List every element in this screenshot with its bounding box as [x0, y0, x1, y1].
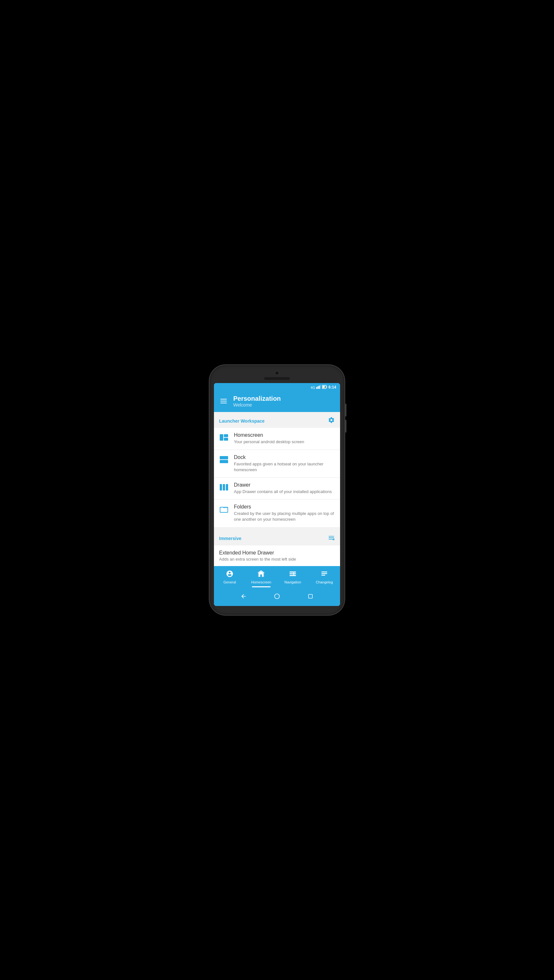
general-nav-label: General: [223, 580, 236, 584]
extended-desc: Adds an extra screen to the most left si…: [219, 557, 335, 562]
dock-icon: [219, 455, 229, 464]
svg-rect-2: [319, 386, 320, 389]
folders-title: Folders: [234, 504, 335, 510]
settings-icon[interactable]: [328, 417, 335, 425]
menu-line-2: [220, 401, 227, 401]
navigation-nav-icon: [289, 570, 297, 579]
app-title: Personalization: [233, 395, 281, 402]
menu-line-1: [220, 399, 227, 399]
phone-top: [214, 371, 340, 380]
svg-rect-13: [220, 484, 222, 490]
status-icons: 4G ⚡ 6:14: [310, 385, 336, 390]
svg-rect-18: [290, 573, 296, 574]
bottom-nav: General Homescreen: [214, 566, 340, 587]
app-bar: Personalization Welcome: [214, 391, 340, 412]
dock-title: Dock: [234, 455, 335, 460]
general-nav-icon: [226, 570, 234, 579]
drawer-desc: App Drawer contains all of your installe…: [234, 489, 335, 495]
drawer-content: Drawer App Drawer contains all of your i…: [234, 482, 335, 495]
signal-icon: 4G: [310, 385, 321, 390]
homescreen-content: Homescreen Your personal android desktop…: [234, 432, 335, 445]
svg-rect-5: [326, 386, 327, 388]
phone-screen: 4G ⚡ 6:14: [214, 383, 340, 606]
extended-title: Extended Home Drawer: [219, 550, 335, 556]
svg-rect-14: [223, 484, 225, 490]
time-display: 6:14: [328, 385, 336, 390]
svg-rect-11: [220, 456, 228, 459]
folders-content: Folders Created by the user by placing m…: [234, 504, 335, 522]
android-nav: [214, 587, 340, 606]
launcher-items-list: Homescreen Your personal android desktop…: [214, 428, 340, 527]
speaker: [264, 377, 290, 380]
back-button[interactable]: [238, 590, 249, 602]
content-area: Launcher Workspace: [214, 412, 340, 566]
svg-rect-17: [290, 571, 296, 573]
launcher-workspace-title: Launcher Workspace: [219, 418, 264, 423]
svg-rect-3: [320, 385, 321, 389]
folders-icon: [219, 504, 229, 514]
homescreen-nav-icon: [257, 570, 265, 579]
navigation-nav-label: Navigation: [284, 580, 301, 584]
svg-text:⚡: ⚡: [323, 386, 326, 389]
homescreen-icon: [219, 433, 229, 442]
svg-rect-8: [220, 434, 223, 441]
drawer-title: Drawer: [234, 482, 335, 488]
add-icon[interactable]: [328, 534, 335, 543]
recents-button[interactable]: [305, 590, 316, 602]
camera: [275, 371, 279, 375]
menu-button[interactable]: [219, 398, 228, 405]
section-divider: [214, 527, 340, 530]
immersive-title: Immersive: [219, 536, 241, 541]
launcher-workspace-header: Launcher Workspace: [214, 412, 340, 428]
svg-rect-15: [226, 484, 228, 490]
extended-home-drawer-item[interactable]: Extended Home Drawer Adds an extra scree…: [214, 546, 340, 566]
svg-point-24: [275, 594, 280, 598]
dock-item[interactable]: Dock Favorited apps given a hotseat on y…: [214, 450, 340, 477]
dock-desc: Favorited apps given a hotseat on your l…: [234, 461, 335, 473]
folders-desc: Created by the user by placing multiple …: [234, 511, 335, 522]
battery-icon: ⚡: [322, 385, 327, 390]
svg-rect-10: [224, 438, 228, 441]
drawer-item[interactable]: Drawer App Drawer contains all of your i…: [214, 477, 340, 500]
svg-rect-0: [316, 387, 317, 389]
folders-item[interactable]: Folders Created by the user by placing m…: [214, 500, 340, 527]
dock-content: Dock Favorited apps given a hotseat on y…: [234, 455, 335, 473]
app-subtitle: Welcome: [233, 402, 281, 407]
volume-up-button[interactable]: [345, 404, 347, 417]
svg-rect-1: [318, 386, 318, 389]
menu-line-3: [220, 402, 227, 403]
phone-device: 4G ⚡ 6:14: [209, 365, 345, 615]
svg-rect-23: [322, 575, 325, 576]
nav-item-navigation[interactable]: Navigation: [277, 569, 309, 585]
changelog-nav-icon: [320, 570, 328, 579]
drawer-icon: [219, 483, 229, 492]
svg-rect-12: [220, 460, 228, 463]
status-bar: 4G ⚡ 6:14: [214, 383, 340, 391]
nav-item-homescreen[interactable]: Homescreen: [245, 569, 277, 585]
volume-down-button[interactable]: [345, 420, 347, 433]
homescreen-desc: Your personal android desktop screen: [234, 439, 335, 445]
immersive-header: Immersive: [214, 530, 340, 546]
app-bar-titles: Personalization Welcome: [233, 395, 281, 407]
svg-rect-21: [322, 571, 327, 573]
home-button[interactable]: [271, 590, 283, 602]
changelog-nav-label: Changelog: [315, 580, 333, 584]
homescreen-title: Homescreen: [234, 432, 335, 438]
homescreen-nav-label: Homescreen: [251, 580, 271, 584]
svg-rect-22: [322, 573, 327, 574]
svg-rect-9: [224, 434, 228, 437]
svg-rect-20: [293, 571, 294, 576]
nav-item-changelog[interactable]: Changelog: [309, 569, 340, 585]
svg-rect-25: [309, 594, 312, 598]
svg-rect-19: [290, 575, 296, 576]
nav-item-general[interactable]: General: [214, 569, 245, 585]
homescreen-item[interactable]: Homescreen Your personal android desktop…: [214, 428, 340, 450]
